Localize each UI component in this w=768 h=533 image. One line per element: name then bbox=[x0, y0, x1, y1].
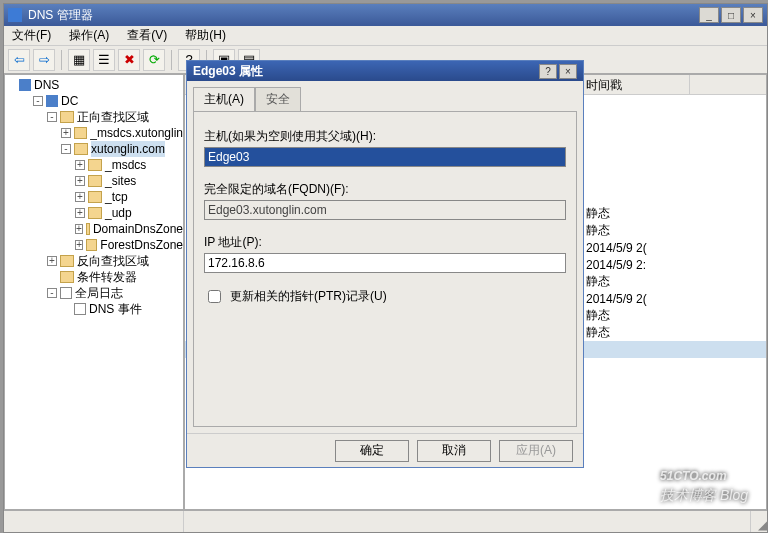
menu-action[interactable]: 操作(A) bbox=[65, 25, 113, 46]
expand-icon[interactable]: + bbox=[75, 192, 85, 202]
app-icon bbox=[8, 8, 22, 22]
status-bar: ◢ bbox=[4, 510, 767, 532]
maximize-button[interactable]: □ bbox=[721, 7, 741, 23]
ip-input[interactable] bbox=[204, 253, 566, 273]
tree-child[interactable]: _sites bbox=[105, 173, 136, 189]
folder-icon bbox=[86, 223, 90, 235]
toolbar-divider bbox=[171, 50, 172, 70]
forward-button[interactable]: ⇨ bbox=[33, 49, 55, 71]
collapse-icon[interactable]: - bbox=[47, 112, 57, 122]
host-label: 主机(如果为空则使用其父域)(H): bbox=[204, 128, 566, 145]
refresh-button[interactable]: ⟳ bbox=[143, 49, 165, 71]
menu-view[interactable]: 查看(V) bbox=[123, 25, 171, 46]
toolbar-divider bbox=[61, 50, 62, 70]
tree-dc[interactable]: DC bbox=[61, 93, 78, 109]
folder-icon bbox=[88, 159, 102, 171]
ok-button[interactable]: 确定 bbox=[335, 440, 409, 462]
delete-button[interactable]: ✖ bbox=[118, 49, 140, 71]
ptr-checkbox[interactable] bbox=[208, 290, 221, 303]
fqdn-input bbox=[204, 200, 566, 220]
event-icon bbox=[74, 303, 86, 315]
dialog-title-bar[interactable]: Edge03 属性 ? × bbox=[187, 61, 583, 81]
expand-icon[interactable]: + bbox=[75, 160, 85, 170]
folder-icon bbox=[88, 175, 102, 187]
tree-child[interactable]: ForestDnsZone bbox=[100, 237, 183, 253]
tree-child[interactable]: DomainDnsZone bbox=[93, 221, 183, 237]
folder-icon bbox=[86, 239, 97, 251]
log-icon bbox=[60, 287, 72, 299]
fqdn-label: 完全限定的域名(FQDN)(F): bbox=[204, 181, 566, 198]
dns-root-icon bbox=[19, 79, 31, 91]
menu-help[interactable]: 帮助(H) bbox=[181, 25, 230, 46]
tree-dns-event[interactable]: DNS 事件 bbox=[89, 301, 142, 317]
expand-icon[interactable]: + bbox=[75, 224, 83, 234]
resize-grip-icon[interactable]: ◢ bbox=[751, 511, 767, 532]
expand-icon[interactable]: + bbox=[61, 128, 71, 138]
folder-icon bbox=[74, 143, 88, 155]
status-left bbox=[4, 511, 184, 532]
menu-bar: 文件(F) 操作(A) 查看(V) 帮助(H) bbox=[4, 26, 767, 46]
dialog-close-button[interactable]: × bbox=[559, 64, 577, 79]
server-icon bbox=[46, 95, 58, 107]
host-input[interactable] bbox=[204, 147, 566, 167]
title-bar[interactable]: DNS 管理器 _ □ × bbox=[4, 4, 767, 26]
tree-msdcs-root[interactable]: _msdcs.xutonglin bbox=[90, 125, 183, 141]
folder-icon bbox=[60, 271, 74, 283]
expand-icon[interactable]: + bbox=[75, 208, 85, 218]
dialog-title: Edge03 属性 bbox=[193, 63, 263, 80]
expand-icon[interactable]: + bbox=[47, 256, 57, 266]
tree-child[interactable]: _tcp bbox=[105, 189, 128, 205]
window-title: DNS 管理器 bbox=[28, 7, 93, 24]
properties-dialog: Edge03 属性 ? × 主机(A) 安全 主机(如果为空则使用其父域)(H)… bbox=[186, 60, 584, 468]
collapse-icon[interactable]: - bbox=[33, 96, 43, 106]
dialog-help-button[interactable]: ? bbox=[539, 64, 557, 79]
ptr-label: 更新相关的指针(PTR)记录(U) bbox=[230, 288, 387, 305]
dialog-button-bar: 确定 取消 应用(A) bbox=[187, 433, 583, 467]
tree-global-log[interactable]: 全局日志 bbox=[75, 285, 123, 301]
tree-root[interactable]: DNS bbox=[34, 77, 59, 93]
cancel-button[interactable]: 取消 bbox=[417, 440, 491, 462]
tree-forward-zone[interactable]: 正向查找区域 bbox=[77, 109, 149, 125]
close-button[interactable]: × bbox=[743, 7, 763, 23]
folder-icon bbox=[88, 207, 102, 219]
expand-icon[interactable]: + bbox=[75, 240, 83, 250]
col-timestamp[interactable]: 时间戳 bbox=[580, 75, 690, 94]
tree-conditional-fwd[interactable]: 条件转发器 bbox=[77, 269, 137, 285]
tree-child[interactable]: _msdcs bbox=[105, 157, 146, 173]
apply-button[interactable]: 应用(A) bbox=[499, 440, 573, 462]
folder-icon bbox=[60, 111, 74, 123]
properties-button[interactable]: ☰ bbox=[93, 49, 115, 71]
tab-page-host: 主机(如果为空则使用其父域)(H): 完全限定的域名(FQDN)(F): IP … bbox=[193, 111, 577, 427]
folder-icon bbox=[60, 255, 74, 267]
collapse-icon[interactable]: - bbox=[61, 144, 71, 154]
show-tree-button[interactable]: ▦ bbox=[68, 49, 90, 71]
folder-icon bbox=[74, 127, 88, 139]
tree-child[interactable]: _udp bbox=[105, 205, 132, 221]
ptr-checkbox-row[interactable]: 更新相关的指针(PTR)记录(U) bbox=[204, 287, 566, 306]
tree-pane[interactable]: DNS -DC -正向查找区域 +_msdcs.xutonglin bbox=[4, 74, 184, 510]
tab-security[interactable]: 安全 bbox=[255, 87, 301, 111]
back-button[interactable]: ⇦ bbox=[8, 49, 30, 71]
tree-reverse-zone[interactable]: 反向查找区域 bbox=[77, 253, 149, 269]
tab-host[interactable]: 主机(A) bbox=[193, 87, 255, 111]
dialog-tabs: 主机(A) 安全 bbox=[193, 87, 577, 111]
collapse-icon[interactable]: - bbox=[47, 288, 57, 298]
minimize-button[interactable]: _ bbox=[699, 7, 719, 23]
ip-label: IP 地址(P): bbox=[204, 234, 566, 251]
folder-icon bbox=[88, 191, 102, 203]
status-right bbox=[184, 511, 751, 532]
tree-zone[interactable]: xutonglin.com bbox=[91, 141, 165, 157]
expand-icon[interactable]: + bbox=[75, 176, 85, 186]
menu-file[interactable]: 文件(F) bbox=[8, 25, 55, 46]
